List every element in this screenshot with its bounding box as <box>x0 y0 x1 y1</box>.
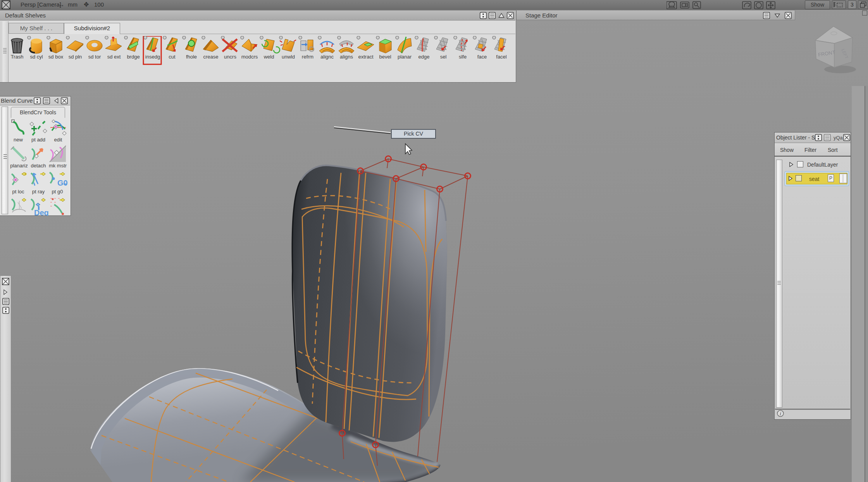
svg-text:pt ray: pt ray <box>32 189 45 195</box>
svg-text:uncrs: uncrs <box>224 54 236 60</box>
svg-text:extract: extract <box>358 54 373 60</box>
svg-text:i: i <box>780 411 781 417</box>
svg-text:sd ext: sd ext <box>107 54 121 60</box>
svg-text:pt g0: pt g0 <box>52 189 63 195</box>
svg-text:Trash: Trash <box>11 54 24 60</box>
svg-text:G0: G0 <box>57 179 68 187</box>
svg-text:facel: facel <box>496 54 507 60</box>
svg-text:weld: weld <box>264 54 274 60</box>
svg-text:sd box: sd box <box>48 54 64 60</box>
svg-text:fhole: fhole <box>186 54 197 60</box>
svg-text:refrm: refrm <box>302 54 313 60</box>
svg-text:edit: edit <box>54 137 62 143</box>
svg-text:sel: sel <box>440 54 447 60</box>
svg-text:yQa: yQa <box>834 135 843 141</box>
svg-text:new: new <box>14 137 23 143</box>
svg-text:detach: detach <box>31 163 46 169</box>
svg-text:sd pln: sd pln <box>69 54 82 60</box>
svg-text:alignc: alignc <box>320 54 334 60</box>
svg-text:bevel: bevel <box>379 54 391 60</box>
svg-text:planariz: planariz <box>10 163 28 169</box>
svg-text:mk mstr: mk mstr <box>49 163 67 169</box>
svg-text:face: face <box>477 54 487 60</box>
svg-text:sd cyl: sd cyl <box>30 54 43 60</box>
svg-text:edge: edge <box>418 54 430 60</box>
svg-text:planar: planar <box>398 54 412 60</box>
svg-text:pt loc: pt loc <box>12 189 24 195</box>
svg-text:modcrs: modcrs <box>241 54 258 60</box>
svg-text:crease: crease <box>203 54 218 60</box>
svg-text:insedg: insedg <box>145 54 160 60</box>
svg-text:sd tor: sd tor <box>88 54 101 60</box>
svg-text:Deg: Deg <box>34 208 49 216</box>
svg-text:slfe: slfe <box>459 54 467 60</box>
svg-text:unwld: unwld <box>282 54 295 60</box>
svg-text:cut: cut <box>169 54 176 60</box>
svg-text:aligns: aligns <box>340 54 353 60</box>
svg-text:brdge: brdge <box>127 54 140 60</box>
svg-text:pt add: pt add <box>31 137 45 143</box>
